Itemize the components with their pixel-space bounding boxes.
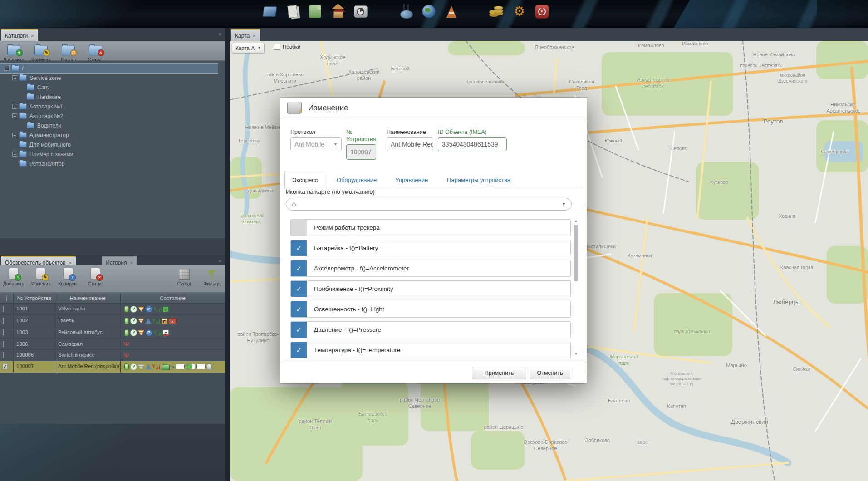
device-number-cell: 100006 <box>14 350 55 360</box>
table-row[interactable]: 1006Самосвал <box>0 339 225 350</box>
name-value: Ant Mobile Red (подсобка) <box>391 141 433 148</box>
globe-icon[interactable] <box>420 2 437 20</box>
sensor-scrollbar[interactable]: ▲ ▼ <box>574 219 579 355</box>
traffic-checkbox[interactable] <box>274 44 280 50</box>
control-icon[interactable] <box>397 2 415 20</box>
tab-close-icon[interactable]: × <box>253 33 255 39</box>
sensor-row[interactable]: ✓Освещенность - f()=Light <box>290 301 571 318</box>
checked-checkbox[interactable]: ✓ <box>291 322 307 338</box>
row-checkbox[interactable] <box>3 318 4 324</box>
expand-icon[interactable]: + <box>12 152 17 157</box>
messages-icon[interactable] <box>466 2 483 20</box>
statistics-icon[interactable] <box>375 2 392 20</box>
unchecked-checkbox[interactable] <box>291 220 307 236</box>
sensor-row[interactable]: ✓Приближение - f()=Proximity <box>290 280 571 297</box>
tree-item-автопарк-№2[interactable]: −Автопарк №2 <box>0 111 225 121</box>
add-button[interactable]: +Добавить <box>0 268 27 286</box>
sensor-row[interactable]: ✓Давление - f()=Pressure <box>290 321 571 338</box>
reports-icon[interactable] <box>284 2 301 20</box>
table-row[interactable]: 1003Рейсовый автобус <box>0 327 225 339</box>
map-label: Новое Измайлово <box>753 52 795 58</box>
home-icon[interactable] <box>329 2 347 20</box>
row-checkbox[interactable] <box>3 329 4 335</box>
tree-item-водители[interactable]: Водители <box>0 121 225 130</box>
power-icon[interactable] <box>534 2 551 20</box>
copy-button[interactable]: ›Копиров. <box>54 268 82 286</box>
table-row[interactable]: ✓100007Ant Mobile Red (подсобка) <box>0 361 225 373</box>
tab-map[interactable]: Карта × <box>231 29 260 42</box>
edit-button[interactable]: ✎Изменит <box>27 268 54 286</box>
map-layer-button[interactable]: Карта-А ▼ <box>232 43 265 53</box>
tree-item-label: / <box>22 65 23 72</box>
device-number-field[interactable]: 100007 <box>346 144 376 160</box>
sensor-row[interactable]: ✓Батарейка - f()=Battery <box>290 240 571 256</box>
row-checkbox[interactable] <box>3 352 4 358</box>
warehouse-button[interactable]: Склад <box>171 268 198 286</box>
table-row[interactable]: 100006Switch в офисе <box>0 350 225 361</box>
panel-splitter[interactable] <box>225 28 230 481</box>
cancel-button[interactable]: Отменить <box>530 367 570 379</box>
protocol-select[interactable]: Ant Mobile ▼ <box>290 137 342 151</box>
checked-checkbox[interactable]: ✓ <box>291 260 307 276</box>
contacts-icon[interactable] <box>307 2 324 20</box>
expand-icon[interactable]: + <box>12 104 17 109</box>
tree-item-hardware[interactable]: Hardware <box>0 92 225 102</box>
map-icon-dropdown[interactable]: ⌂ ▼ <box>286 198 572 211</box>
select-all-checkbox[interactable] <box>6 295 7 301</box>
tree-item-для-мобильного[interactable]: Для мобильного <box>0 140 225 149</box>
tree-item-service-zone[interactable]: −Service zone <box>0 73 225 83</box>
plug-red-icon <box>124 341 129 347</box>
row-checkbox[interactable]: ✓ <box>3 363 7 369</box>
map-label: Марьинскийпарк <box>610 354 638 367</box>
tree-item-ретранслятор[interactable]: Ретранслятор <box>0 159 225 168</box>
history-icon[interactable] <box>352 2 369 20</box>
tree-item-автопарк-№1[interactable]: +Автопарк №1 <box>0 102 225 111</box>
sensor-row[interactable]: Режим работы трекера <box>290 219 571 236</box>
scroll-up-icon[interactable]: ▲ <box>574 219 579 222</box>
table-row[interactable]: 1002Газель <box>0 315 225 327</box>
access-button[interactable]: @Доступ <box>54 44 82 62</box>
scrollbar-thumb[interactable] <box>574 225 578 281</box>
cone-icon[interactable] <box>443 2 460 20</box>
tree-item-администратор[interactable]: +Администратор <box>0 130 225 140</box>
scroll-down-icon[interactable]: ▼ <box>574 352 579 355</box>
documents-icon[interactable] <box>261 2 279 20</box>
sensor-row[interactable]: ✓Акселерометр - f()=Accelerometer <box>290 260 571 277</box>
checked-checkbox[interactable]: ✓ <box>291 342 307 358</box>
row-checkbox[interactable] <box>3 306 4 312</box>
table-row[interactable]: 1001Volvo-тягач <box>0 304 225 315</box>
tree-item-/[interactable]: −/ <box>0 64 218 73</box>
expand-icon[interactable]: + <box>12 133 17 137</box>
traffic-toggle[interactable]: Пробки <box>274 44 300 50</box>
imea-field[interactable]: 3354043048611539 <box>438 137 507 151</box>
row-checkbox[interactable] <box>3 341 4 347</box>
collapse-icon[interactable]: − <box>12 75 17 80</box>
name-field[interactable]: Ant Mobile Red (подсобка) <box>387 137 433 151</box>
checked-checkbox[interactable]: ✓ <box>291 281 307 297</box>
dialog-tab-экспресс[interactable]: Экспресс <box>284 172 325 188</box>
tree-item-пример-с-зонами[interactable]: +Пример с зонами <box>0 149 225 159</box>
checked-checkbox[interactable]: ✓ <box>291 240 307 256</box>
status-button[interactable]: ×Статус <box>82 268 109 286</box>
tree-item-cars[interactable]: Cars <box>0 83 225 92</box>
apply-button[interactable]: Применить <box>472 367 526 379</box>
status-button[interactable]: ×Статус <box>82 44 109 62</box>
edit-button[interactable]: ✎Изменит <box>27 44 54 62</box>
sensor-row[interactable]: ✓Температура - f()=Temperature <box>290 342 571 358</box>
filter-button[interactable]: Фильтр <box>198 268 225 286</box>
tab-catalogs[interactable]: Каталоги × <box>1 29 38 42</box>
finance-icon[interactable] <box>488 2 505 20</box>
dialog-tab-управление[interactable]: Управление <box>388 172 435 188</box>
row-checkbox-cell <box>0 304 14 315</box>
tab-close-icon[interactable]: × <box>31 33 34 39</box>
collapse-icon[interactable]: − <box>12 113 17 118</box>
panel-close-icon[interactable]: × <box>218 31 221 38</box>
dialog-tab-параметры-устройства[interactable]: Параметры устройства <box>440 172 518 188</box>
signal-grey-icon <box>138 364 144 369</box>
dialog-tab-оборудование[interactable]: Оборудование <box>329 172 384 188</box>
add-button[interactable]: +Добавить <box>0 44 27 62</box>
settings-icon[interactable] <box>511 2 528 20</box>
checked-checkbox[interactable]: ✓ <box>291 301 307 317</box>
collapse-icon[interactable]: − <box>5 66 10 71</box>
panel-close-icon[interactable]: × <box>218 258 221 265</box>
